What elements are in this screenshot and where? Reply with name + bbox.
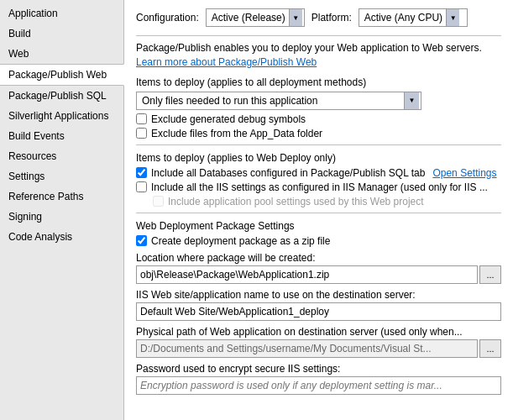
sidebar-item-reference-paths[interactable]: Reference Paths xyxy=(0,186,123,207)
section1-header: Items to deploy (applies to all deployme… xyxy=(136,76,501,88)
checkbox-exclude-debug[interactable]: Exclude generated debug symbols xyxy=(136,113,501,125)
platform-value: Active (Any CPU) xyxy=(364,12,442,24)
platform-dropdown[interactable]: Active (Any CPU) ▼ xyxy=(359,8,468,27)
top-separator xyxy=(136,35,501,36)
checkbox-create-zip-input[interactable] xyxy=(136,235,147,246)
section2-separator xyxy=(136,144,501,145)
learn-more-link[interactable]: Learn more about Package/Publish Web xyxy=(136,56,317,68)
sidebar: Application Build Web Package/Publish We… xyxy=(0,0,124,420)
configuration-dropdown[interactable]: Active (Release) ▼ xyxy=(206,8,305,27)
physical-label: Physical path of Web application on dest… xyxy=(136,326,501,338)
sidebar-item-settings[interactable]: Settings xyxy=(0,166,123,186)
sidebar-item-package-publish-web[interactable]: Package/Publish Web xyxy=(0,64,124,86)
checkbox-include-iis-label: Include all the IIS settings as configur… xyxy=(151,181,488,193)
open-settings-link[interactable]: Open Settings xyxy=(432,167,496,179)
section2-header: Items to deploy (applies to Web Deploy o… xyxy=(136,152,501,164)
checkbox-include-databases-label: Include all Databases configured in Pack… xyxy=(151,167,425,179)
iis-input[interactable] xyxy=(136,302,501,321)
deploy-dropdown-arrow: ▼ xyxy=(404,92,419,109)
platform-dropdown-arrow: ▼ xyxy=(446,9,459,26)
checkbox-exclude-debug-label: Exclude generated debug symbols xyxy=(151,113,306,125)
checkbox-include-apppool-input xyxy=(153,196,164,207)
checkbox-include-iis[interactable]: Include all the IIS settings as configur… xyxy=(136,181,501,193)
location-input-row: ... xyxy=(136,265,501,284)
location-label: Location where package will be created: xyxy=(136,252,501,264)
sidebar-item-web[interactable]: Web xyxy=(0,44,123,64)
section3-separator xyxy=(136,213,501,213)
checkbox-include-databases[interactable]: Include all Databases configured in Pack… xyxy=(136,167,501,179)
sidebar-item-code-analysis[interactable]: Code Analysis xyxy=(0,227,123,247)
password-label: Password used to encrypt secure IIS sett… xyxy=(136,363,501,375)
sidebar-item-package-publish-sql[interactable]: Package/Publish SQL xyxy=(0,86,123,106)
checkbox-create-zip-label: Create deployment package as a zip file xyxy=(151,235,330,247)
sidebar-item-signing[interactable]: Signing xyxy=(0,207,123,227)
iis-input-row xyxy=(136,302,501,321)
sidebar-item-application[interactable]: Application xyxy=(0,3,123,24)
physical-browse-button[interactable]: ... xyxy=(479,339,501,358)
checkbox-exclude-appdata-input[interactable] xyxy=(136,128,147,139)
description: Package/Publish enables you to deploy yo… xyxy=(136,41,501,70)
sidebar-item-resources[interactable]: Resources xyxy=(0,146,123,166)
location-input[interactable] xyxy=(136,265,478,284)
checkbox-exclude-debug-input[interactable] xyxy=(136,113,147,124)
deploy-dropdown[interactable]: Only files needed to run this applicatio… xyxy=(136,92,421,110)
checkbox-exclude-appdata-label: Exclude files from the App_Data folder xyxy=(151,128,322,139)
password-input-row xyxy=(136,376,501,395)
location-browse-button[interactable]: ... xyxy=(479,265,501,284)
configuration-label: Configuration: xyxy=(136,12,199,24)
checkbox-include-apppool: Include application pool settings used b… xyxy=(136,196,501,207)
checkbox-include-databases-input[interactable] xyxy=(136,167,147,178)
config-bar: Configuration: Active (Release) ▼ Platfo… xyxy=(136,8,501,27)
checkbox-create-zip[interactable]: Create deployment package as a zip file xyxy=(136,235,501,247)
checkbox-include-apppool-label: Include application pool settings used b… xyxy=(168,196,424,207)
checkbox-exclude-appdata[interactable]: Exclude files from the App_Data folder xyxy=(136,128,501,139)
main-content: Configuration: Active (Release) ▼ Platfo… xyxy=(124,0,513,420)
sidebar-decoration xyxy=(0,386,123,420)
physical-input-row: ... xyxy=(136,339,501,358)
section3-header: Web Deployment Package Settings xyxy=(136,220,501,232)
deploy-dropdown-value: Only files needed to run this applicatio… xyxy=(142,95,404,107)
iis-label: IIS Web site/application name to use on … xyxy=(136,289,501,301)
physical-input[interactable] xyxy=(136,339,478,358)
sidebar-item-build-events[interactable]: Build Events xyxy=(0,126,123,146)
password-input[interactable] xyxy=(136,376,501,395)
configuration-dropdown-arrow: ▼ xyxy=(289,9,302,26)
configuration-value: Active (Release) xyxy=(212,12,285,24)
sidebar-item-silverlight-applications[interactable]: Silverlight Applications xyxy=(0,106,123,126)
sidebar-item-build[interactable]: Build xyxy=(0,24,123,44)
checkbox-include-iis-input[interactable] xyxy=(136,181,147,192)
platform-label: Platform: xyxy=(311,12,352,24)
description-text: Package/Publish enables you to deploy yo… xyxy=(136,42,482,54)
